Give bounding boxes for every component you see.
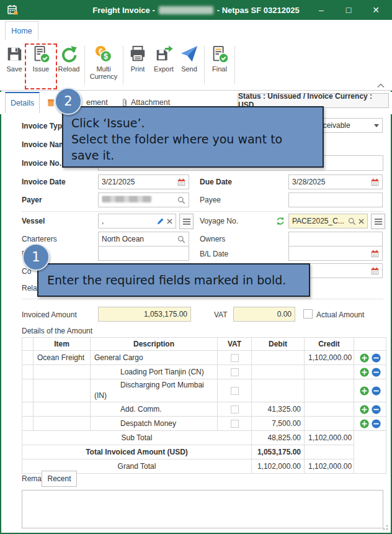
vat-input[interactable]: 0.00: [233, 307, 295, 322]
callout-step2-line3: save it.: [71, 147, 323, 163]
maximize-button[interactable]: □: [336, 0, 361, 20]
invoiced-amount-input[interactable]: 1,053,175.00: [98, 307, 191, 322]
issue-button[interactable]: Issue: [27, 45, 55, 73]
svg-text:$: $: [104, 52, 108, 61]
add-row-button[interactable]: [360, 419, 369, 428]
clear-icon[interactable]: [359, 219, 364, 224]
due-date-label: Due Date: [200, 178, 232, 186]
close-button[interactable]: ✕: [363, 0, 388, 20]
multi-currency-button[interactable]: €$ Multi Currency: [86, 45, 121, 80]
description-cell[interactable]: General Cargo: [91, 351, 218, 365]
credit-cell[interactable]: [305, 365, 354, 379]
credit-cell[interactable]: [305, 379, 354, 402]
add-row-button[interactable]: [360, 405, 369, 414]
print-button[interactable]: Print: [125, 45, 151, 73]
vat-checkbox[interactable]: [231, 405, 239, 414]
payer-label: Payer: [22, 196, 42, 204]
invoice-date-input[interactable]: 3/21/2025: [98, 174, 189, 189]
description-cell[interactable]: Add. Comm.: [91, 402, 218, 417]
owners-label: Owners: [200, 235, 225, 243]
item-cell[interactable]: [33, 402, 91, 417]
voyage-list-button[interactable]: [371, 214, 385, 229]
search-icon[interactable]: [348, 217, 356, 225]
calendar-icon[interactable]: [371, 250, 379, 258]
invoiced-amount-label: Invoiced Amount: [22, 310, 77, 319]
search-icon[interactable]: [177, 235, 185, 243]
ribbon-separator: [204, 46, 205, 84]
item-cell[interactable]: [33, 365, 91, 379]
vat-checkbox[interactable]: [231, 387, 239, 395]
actual-amount-checkbox[interactable]: [303, 309, 313, 319]
subtotal-credit: 1,102,000.00: [305, 431, 354, 445]
vat-checkbox[interactable]: [231, 420, 239, 428]
description-cell[interactable]: Loading Port Tianjin (CN): [91, 365, 218, 379]
credit-cell[interactable]: [305, 417, 354, 431]
tab-details[interactable]: Details: [5, 92, 40, 113]
payer-input[interactable]: [98, 192, 189, 207]
calendar-icon[interactable]: [371, 178, 379, 186]
calendar-icon[interactable]: [371, 267, 379, 275]
vat-checkbox[interactable]: [231, 368, 239, 376]
final-button[interactable]: Final: [207, 45, 233, 73]
voyage-no-input[interactable]: PACE2025_C...: [288, 214, 368, 229]
vessel-list-button[interactable]: [179, 214, 194, 229]
edit-pencil-icon[interactable]: [157, 217, 164, 225]
minimize-button[interactable]: –: [309, 0, 334, 20]
remove-row-button[interactable]: [372, 353, 381, 363]
subtotal-debit: 48,825.00: [252, 431, 305, 445]
collapse-ribbon-chevron-icon[interactable]: [377, 79, 385, 91]
bl-date-input[interactable]: [288, 246, 383, 261]
debit-cell[interactable]: [252, 379, 305, 402]
add-row-button[interactable]: [360, 353, 369, 363]
search-icon[interactable]: [177, 196, 185, 204]
save-button[interactable]: Save: [1, 45, 27, 73]
callout-step1: Enter the required fields marked in bold…: [37, 263, 310, 297]
debit-cell[interactable]: [252, 365, 305, 379]
calendar-icon[interactable]: [177, 178, 185, 186]
remove-row-button[interactable]: [372, 419, 381, 428]
add-row-button[interactable]: [360, 368, 369, 377]
send-button[interactable]: Send: [177, 45, 202, 73]
owners-input[interactable]: [288, 232, 383, 247]
tab-home[interactable]: Home: [5, 21, 38, 40]
vessel-input[interactable]: ,: [98, 214, 176, 229]
export-button[interactable]: Export: [151, 45, 177, 73]
clear-icon[interactable]: [167, 219, 172, 224]
item-cell[interactable]: Ocean Freight: [33, 351, 91, 365]
payee-input[interactable]: [288, 192, 383, 207]
multi-currency-icon: €$: [94, 45, 113, 63]
invoice-type-label: Invoice Type: [22, 122, 66, 130]
debit-cell[interactable]: [252, 351, 305, 365]
due-date-input[interactable]: 3/28/2025: [288, 174, 383, 189]
remove-row-button[interactable]: [372, 368, 381, 377]
item-cell[interactable]: [33, 417, 91, 431]
total-invoiced-label: Total Invoiced Amount (USD): [22, 445, 252, 459]
description-cell[interactable]: Discharging Port Mumbai (IN): [91, 379, 218, 402]
divider: [22, 299, 383, 299]
debit-header: Debit: [252, 338, 305, 351]
resize-grip[interactable]: [383, 525, 388, 530]
amount-details-table: Item Description VAT Debit Credit Ocean …: [22, 337, 386, 474]
credit-cell[interactable]: [305, 402, 354, 417]
export-icon: [154, 45, 173, 63]
reload-button[interactable]: Reload: [55, 45, 83, 73]
debit-cell[interactable]: 41,325.00: [252, 402, 305, 417]
debit-cell[interactable]: 7,500.00: [252, 417, 305, 431]
description-cell[interactable]: Despatch Money: [91, 417, 218, 431]
invoice-date-label: Invoice Date: [22, 178, 66, 186]
remark-textarea[interactable]: [22, 490, 383, 528]
credit-cell[interactable]: 1,102,000.00: [305, 351, 354, 365]
refresh-icon[interactable]: [276, 217, 285, 225]
remove-row-button[interactable]: [372, 405, 381, 414]
callout-step2: Click ‘Issue’. Select the folder where y…: [62, 106, 324, 168]
item-cell[interactable]: [33, 379, 91, 402]
add-row-button[interactable]: [360, 386, 369, 396]
bl-no-input[interactable]: [98, 246, 189, 261]
table-row: Loading Port Tianjin (CN): [22, 365, 386, 379]
remove-row-button[interactable]: [372, 386, 381, 396]
recent-button[interactable]: Recent: [42, 471, 77, 487]
total-invoiced-row: Total Invoiced Amount (USD) 1,053,175.00: [22, 445, 386, 459]
amount-table-title: Details of the Amount: [22, 327, 92, 335]
charterers-input[interactable]: North Ocean: [98, 232, 189, 247]
vat-checkbox[interactable]: [231, 354, 239, 362]
